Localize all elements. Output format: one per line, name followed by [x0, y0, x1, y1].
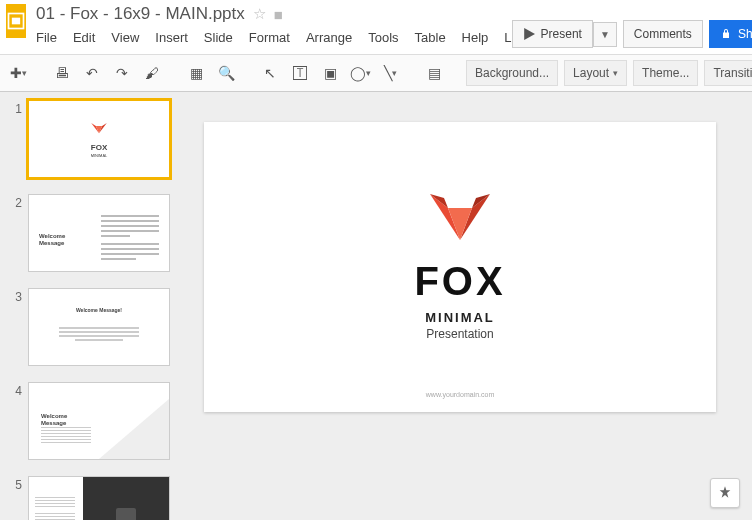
- zoom-fit-icon[interactable]: ▦: [184, 60, 208, 86]
- share-button[interactable]: Share: [709, 20, 752, 48]
- slide-title: FOX: [414, 259, 505, 304]
- svg-rect-1: [12, 18, 20, 25]
- menu-tools[interactable]: Tools: [368, 30, 398, 45]
- share-label: Share: [738, 27, 752, 41]
- workspace: 1 FOX MINIMAL 2 WelcomeMessage 3 Welcome…: [0, 92, 752, 520]
- menu-slide[interactable]: Slide: [204, 30, 233, 45]
- thumb-number: 2: [6, 194, 22, 210]
- thumb-number: 4: [6, 382, 22, 398]
- select-icon[interactable]: ↖: [258, 60, 282, 86]
- menu-help[interactable]: Help: [462, 30, 489, 45]
- slide-thumbnail-1[interactable]: FOX MINIMAL: [28, 100, 170, 178]
- textbox-icon[interactable]: 🅃: [288, 60, 312, 86]
- thumb-number: 5: [6, 476, 22, 492]
- app-icon[interactable]: [6, 4, 26, 38]
- explore-button[interactable]: [710, 478, 740, 508]
- zoom-icon[interactable]: 🔍: [214, 60, 238, 86]
- paint-format-icon[interactable]: 🖌: [140, 60, 164, 86]
- new-slide-button[interactable]: ✚▾: [6, 60, 30, 86]
- thumb-row[interactable]: 2 WelcomeMessage: [0, 192, 182, 286]
- thumb-number: 1: [6, 100, 22, 116]
- redo-icon[interactable]: ↷: [110, 60, 134, 86]
- menu-table[interactable]: Table: [415, 30, 446, 45]
- layout-button[interactable]: Layout▾: [564, 60, 627, 86]
- fox-icon: [91, 123, 107, 137]
- slide-subtitle-1: MINIMAL: [425, 310, 495, 325]
- present-button[interactable]: Present: [512, 20, 593, 48]
- slide-canvas[interactable]: FOX MINIMAL Presentation www.yourdomain.…: [204, 122, 716, 412]
- toolbar: ✚▾ 🖶 ↶ ↷ 🖌 ▦ 🔍 ↖ 🅃 ▣ ◯▾ ╲▾ ▤ Background.…: [0, 54, 752, 92]
- menu-edit[interactable]: Edit: [73, 30, 95, 45]
- slides-icon: [6, 11, 26, 31]
- menu-last-truncated[interactable]: L: [504, 30, 511, 45]
- star-icon[interactable]: ☆: [253, 5, 266, 23]
- thumb-number: 3: [6, 288, 22, 304]
- play-icon: [523, 28, 535, 40]
- slide-thumbnail-5[interactable]: [28, 476, 170, 520]
- menu-bar: File Edit View Insert Slide Format Arran…: [36, 30, 512, 45]
- transition-button[interactable]: Transition...: [704, 60, 752, 86]
- menu-file[interactable]: File: [36, 30, 57, 45]
- comment-icon[interactable]: ▤: [422, 60, 446, 86]
- thumb-row[interactable]: 1 FOX MINIMAL: [0, 98, 182, 192]
- undo-icon[interactable]: ↶: [80, 60, 104, 86]
- explore-icon: [717, 485, 733, 501]
- slide-thumbnail-4[interactable]: WelcomeMessage: [28, 382, 170, 460]
- svg-marker-2: [524, 28, 535, 40]
- background-button[interactable]: Background...: [466, 60, 558, 86]
- thumb-sub: MINIMAL: [29, 153, 169, 158]
- menu-insert[interactable]: Insert: [155, 30, 188, 45]
- thumb-row[interactable]: 4 WelcomeMessage: [0, 380, 182, 474]
- image-placeholder-icon: [116, 508, 136, 520]
- slide-subtitle-2: Presentation: [426, 327, 493, 341]
- fox-logo-icon: [430, 194, 490, 251]
- thumb-title: FOX: [29, 143, 169, 152]
- lock-icon: [720, 28, 732, 40]
- slide-panel[interactable]: 1 FOX MINIMAL 2 WelcomeMessage 3 Welcome…: [0, 92, 182, 520]
- present-label: Present: [541, 27, 582, 41]
- comments-button[interactable]: Comments: [623, 20, 703, 48]
- shape-icon[interactable]: ◯▾: [348, 60, 372, 86]
- canvas-area[interactable]: FOX MINIMAL Presentation www.yourdomain.…: [182, 92, 752, 520]
- slide-thumbnail-2[interactable]: WelcomeMessage: [28, 194, 170, 272]
- file-name[interactable]: 01 - Fox - 16x9 - MAIN.pptx: [36, 4, 245, 24]
- image-icon[interactable]: ▣: [318, 60, 342, 86]
- comments-label: Comments: [634, 27, 692, 41]
- thumb-row[interactable]: 5: [0, 474, 182, 520]
- slide-thumbnail-3[interactable]: Welcome Message!: [28, 288, 170, 366]
- present-dropdown[interactable]: ▼: [593, 22, 617, 47]
- menu-format[interactable]: Format: [249, 30, 290, 45]
- title-bar: 01 - Fox - 16x9 - MAIN.pptx ☆ ■ File Edi…: [0, 0, 752, 54]
- slide-domain: www.yourdomain.com: [204, 391, 716, 398]
- print-icon[interactable]: 🖶: [50, 60, 74, 86]
- menu-view[interactable]: View: [111, 30, 139, 45]
- thumb-row[interactable]: 3 Welcome Message!: [0, 286, 182, 380]
- theme-button[interactable]: Theme...: [633, 60, 698, 86]
- folder-icon[interactable]: ■: [274, 6, 283, 23]
- menu-arrange[interactable]: Arrange: [306, 30, 352, 45]
- line-icon[interactable]: ╲▾: [378, 60, 402, 86]
